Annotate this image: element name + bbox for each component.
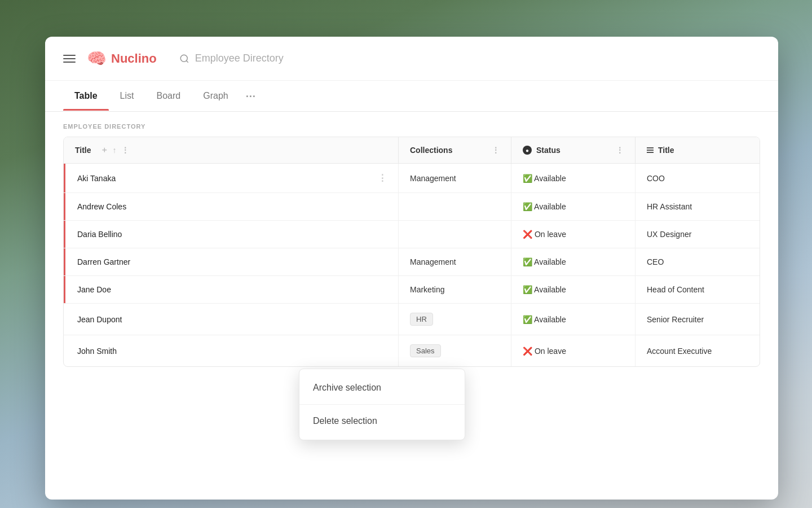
row-menu-btn[interactable]: ⋮	[378, 173, 387, 183]
th-collections: Collections ⋮	[399, 137, 511, 163]
table-row: Daria Bellino ❌ On leave UX Designer	[64, 221, 760, 248]
td-name: Jane Doe	[64, 276, 399, 303]
collection-badge: Sales	[410, 344, 441, 357]
th-name: Title ＋ ↑ ⋮	[64, 137, 399, 163]
table-row: John Smith Sales ❌ On leave Account Exec…	[64, 335, 760, 366]
td-collection: Management	[399, 164, 511, 192]
header: 🧠 Nuclino Employee Directory	[45, 37, 778, 81]
table-row: Andrew Coles ✅ Available HR Assistant	[64, 193, 760, 221]
table-wrapper: Title ＋ ↑ ⋮ Collections ⋮ ● Status	[45, 137, 778, 367]
add-column-btn[interactable]: ＋	[100, 145, 108, 155]
td-status: ✅ Available	[511, 193, 636, 220]
collections-menu-btn[interactable]: ⋮	[492, 146, 500, 155]
context-menu: Archive selection Delete selection	[299, 369, 465, 440]
td-name: Darren Gartner	[64, 248, 399, 275]
row-indicator	[64, 221, 65, 248]
delete-selection-btn[interactable]: Delete selection	[299, 407, 465, 435]
row-indicator	[64, 164, 65, 192]
table-row: Jean Dupont HR ✅ Available Senior Recrui…	[64, 304, 760, 335]
tab-list[interactable]: List	[109, 82, 145, 110]
context-menu-divider	[299, 404, 465, 405]
app-container: 🧠 Nuclino Employee Directory Table List …	[45, 37, 778, 500]
svg-point-0	[180, 55, 187, 62]
td-collection: Marketing	[399, 276, 511, 303]
td-title: CEO	[636, 248, 760, 275]
td-status: ✅ Available	[511, 304, 636, 335]
table-row: Darren Gartner Management ✅ Available CE…	[64, 248, 760, 276]
td-collection: HR	[399, 304, 511, 335]
td-name: Aki Tanaka ⋮	[64, 164, 399, 192]
tab-graph[interactable]: Graph	[192, 82, 239, 110]
td-name: John Smith	[64, 335, 399, 366]
brain-icon: 🧠	[87, 49, 107, 68]
svg-line-1	[186, 60, 188, 62]
search-icon	[179, 54, 189, 64]
td-status: ✅ Available	[511, 164, 636, 192]
table-header: Title ＋ ↑ ⋮ Collections ⋮ ● Status	[64, 137, 760, 164]
table-row: Jane Doe Marketing ✅ Available Head of C…	[64, 276, 760, 304]
td-name: Jean Dupont	[64, 304, 399, 335]
td-status: ❌ On leave	[511, 335, 636, 366]
search-placeholder: Employee Directory	[195, 52, 284, 64]
td-name: Daria Bellino	[64, 221, 399, 248]
lines-icon	[647, 147, 654, 153]
menu-icon[interactable]	[63, 55, 76, 63]
row-indicator	[64, 248, 65, 275]
td-name: Andrew Coles	[64, 193, 399, 220]
status-circle-icon: ●	[523, 146, 532, 155]
content: EMPLOYEE DIRECTORY Title ＋ ↑ ⋮ Collectio…	[45, 112, 778, 500]
td-collection	[399, 193, 511, 220]
td-collection: Management	[399, 248, 511, 275]
td-title: Senior Recruiter	[636, 304, 760, 335]
column-menu-btn[interactable]: ⋮	[121, 146, 129, 155]
sort-column-btn[interactable]: ↑	[113, 146, 117, 155]
logo-area[interactable]: 🧠 Nuclino	[87, 49, 157, 68]
archive-selection-btn[interactable]: Archive selection	[299, 374, 465, 402]
td-title: UX Designer	[636, 221, 760, 248]
th-status: ● Status ⋮	[511, 137, 636, 163]
collection-badge: HR	[410, 313, 433, 326]
td-title: HR Assistant	[636, 193, 760, 220]
td-title: COO	[636, 164, 760, 192]
td-title: Head of Content	[636, 276, 760, 303]
table-container: Title ＋ ↑ ⋮ Collections ⋮ ● Status	[63, 137, 760, 367]
td-status: ✅ Available	[511, 248, 636, 275]
td-collection: Sales	[399, 335, 511, 366]
tabs: Table List Board Graph ⋯	[45, 81, 778, 112]
tab-table[interactable]: Table	[63, 82, 109, 110]
th-title: Title	[636, 137, 760, 163]
td-collection	[399, 221, 511, 248]
logo-text: Nuclino	[111, 51, 157, 66]
tab-more[interactable]: ⋯	[240, 81, 262, 111]
tab-board[interactable]: Board	[145, 82, 192, 110]
search-area[interactable]: Employee Directory	[179, 52, 760, 64]
row-indicator	[64, 193, 65, 220]
status-menu-btn[interactable]: ⋮	[616, 146, 624, 155]
table-row: Aki Tanaka ⋮ Management ✅ Available COO	[64, 164, 760, 193]
td-status: ❌ On leave	[511, 221, 636, 248]
td-status: ✅ Available	[511, 276, 636, 303]
td-title: Account Executive	[636, 335, 760, 366]
row-indicator	[64, 276, 65, 303]
section-label: EMPLOYEE DIRECTORY	[45, 112, 778, 137]
